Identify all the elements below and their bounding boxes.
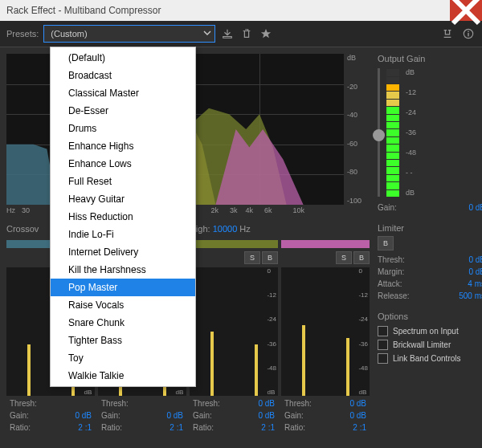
preset-option[interactable]: Snare Chunk <box>51 314 195 332</box>
band-2-gain[interactable]: 0 dB <box>166 411 183 420</box>
preset-option[interactable]: Heavy Guitar <box>51 190 195 208</box>
preset-option[interactable]: Enhance Highs <box>51 137 195 155</box>
band-3-gain[interactable]: 0 dB <box>258 411 275 420</box>
band-3-bypass-button[interactable]: B <box>262 251 278 264</box>
preset-option[interactable]: Toy <box>51 349 195 367</box>
band-3-solo-button[interactable]: S <box>244 251 260 264</box>
chevron-down-icon <box>203 29 211 39</box>
limiter-margin[interactable]: 0 dB <box>468 267 482 276</box>
preset-option[interactable]: Hiss Reduction <box>51 208 195 226</box>
checkbox-icon <box>378 326 388 336</box>
limiter-thresh[interactable]: 0 dB <box>468 255 482 264</box>
preset-option[interactable]: Enhance Lows <box>51 155 195 173</box>
band-4-gain[interactable]: 0 dB <box>349 411 366 420</box>
output-gain-panel: Output Gain dB -12 -24 -36 -48 <box>378 54 482 214</box>
preset-option[interactable]: Broadcast <box>51 67 195 84</box>
favorite-button[interactable] <box>259 26 273 41</box>
preset-option[interactable]: Full Reset <box>51 173 195 190</box>
db-scale: dB -20 -40 -60 -80 -100 <box>344 54 370 205</box>
output-gain-slider[interactable] <box>378 68 380 197</box>
limiter-panel: Limiter B Thresh:0 dB Margin:0 dB Attack… <box>378 220 482 302</box>
crossover-high-value[interactable]: 10000 <box>213 224 238 234</box>
band-4-solo-button[interactable]: S <box>336 251 352 264</box>
options-title: Options <box>378 312 482 321</box>
preset-option[interactable]: Internet Delivery <box>51 243 195 261</box>
option-spectrum-on-input[interactable]: Spectrum on Input <box>378 324 482 338</box>
close-button[interactable] <box>450 0 482 21</box>
output-gain-value[interactable]: 0 dB <box>468 203 482 212</box>
band-1-gain[interactable]: 0 dB <box>75 411 92 420</box>
close-icon <box>450 0 482 26</box>
preset-current: (Custom) <box>51 29 87 39</box>
option-brickwall-limiter[interactable]: Brickwall Limiter <box>378 338 482 352</box>
presets-label: Presets: <box>6 29 39 39</box>
preset-option[interactable]: Indie Lo-Fi <box>51 226 195 243</box>
checkbox-icon <box>378 353 388 364</box>
svg-rect-2 <box>468 31 468 32</box>
svg-rect-1 <box>468 33 468 36</box>
output-gain-title: Output Gain <box>378 54 482 63</box>
band-3: S B 0-12-24-36-48dB Thresh:0 dB Gain:0 d… <box>190 240 278 432</box>
limiter-attack[interactable]: 4 ms <box>468 279 482 288</box>
preset-dropdown[interactable]: (Default)BroadcastClassical MasterDe-Ess… <box>50 47 196 387</box>
route-icon-button[interactable] <box>440 26 455 41</box>
band-3-thresh[interactable]: 0 dB <box>258 399 275 408</box>
limiter-title: Limiter <box>378 223 482 233</box>
options-panel: Options Spectrum on Input Brickwall Limi… <box>378 308 482 365</box>
band-4-bypass-button[interactable]: B <box>353 251 370 264</box>
preset-option[interactable]: Pop Master <box>51 279 195 296</box>
window-title: Rack Effect - Multiband Compressor <box>6 5 161 16</box>
preset-option[interactable]: Kill the Harshness <box>51 261 195 279</box>
save-preset-button[interactable] <box>220 26 235 41</box>
preset-option[interactable]: Tighter Bass <box>51 332 195 349</box>
info-button[interactable] <box>461 26 476 41</box>
preset-option[interactable]: Drums <box>51 120 195 137</box>
toolbar: Presets: (Custom) <box>0 21 482 47</box>
band-3-ratio[interactable]: 2 :1 <box>261 423 275 432</box>
checkbox-icon <box>378 340 388 350</box>
limiter-release[interactable]: 500 ms <box>459 291 482 300</box>
output-meter-scale: dB -12 -24 -36 -48 - - dB <box>406 68 416 197</box>
delete-preset-button[interactable] <box>239 26 254 41</box>
band-1-ratio[interactable]: 2 :1 <box>78 423 92 432</box>
band-4-thresh[interactable]: 0 dB <box>349 399 366 408</box>
preset-option[interactable]: Walkie Talkie <box>51 367 195 385</box>
option-link-band-controls[interactable]: Link Band Controls <box>378 352 482 365</box>
preset-option[interactable]: De-Esser <box>51 102 195 120</box>
preset-option[interactable]: (Default) <box>51 49 195 67</box>
band-2-ratio[interactable]: 2 :1 <box>170 423 183 432</box>
band-4-ratio[interactable]: 2 :1 <box>353 423 366 432</box>
output-meter <box>386 68 399 197</box>
preset-select[interactable]: (Custom) <box>43 25 215 43</box>
preset-option[interactable]: Classical Master <box>51 84 195 102</box>
limiter-bypass-button[interactable]: B <box>378 236 394 250</box>
preset-option[interactable]: Raise Vocals <box>51 296 195 314</box>
band-4: S B 0-12-24-36-48dB Thresh:0 dB Gain:0 d… <box>281 240 370 432</box>
